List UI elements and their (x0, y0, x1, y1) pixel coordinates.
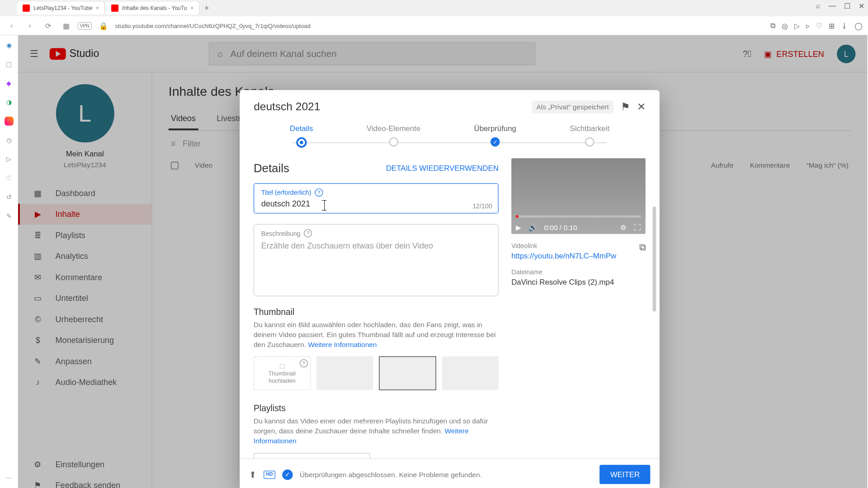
copy-icon[interactable]: ⧉ (639, 242, 646, 253)
details-heading: Details (254, 162, 289, 175)
next-button[interactable]: WEITER (600, 465, 651, 484)
text-cursor (324, 200, 325, 211)
favorites-icon[interactable]: ♡ (5, 174, 14, 183)
camera-icon[interactable]: ◎ (782, 22, 788, 30)
dialog-header: deutsch 2021 Als „Privat" gespeichert ⚑ … (240, 90, 660, 120)
instagram-icon[interactable] (5, 117, 14, 126)
thumbnail-option[interactable] (442, 357, 499, 390)
title-field[interactable]: Titel (erforderlich) ? 12/100 (254, 183, 499, 214)
extensions-icon[interactable]: ⊞ (829, 22, 835, 30)
step-visibility[interactable]: Sichtbarkeit (570, 124, 609, 148)
description-input[interactable] (261, 238, 491, 290)
field-label: Beschreibung ? (261, 230, 491, 238)
browser-tab[interactable]: LetsPlay1234 - YouTube × (17, 2, 105, 14)
close-icon[interactable]: × (190, 5, 193, 11)
address-actions: ⧉ ◎ ▷ ▹ ♡ ⊞ ⭳ ◯ (770, 22, 863, 30)
check-icon: ✓ (282, 469, 292, 479)
video-controls: ▶ 🔊 0:00 / 0:10 ⚙ ⛶ (516, 224, 641, 232)
step-dot (389, 137, 398, 147)
back-button[interactable]: ‹ (5, 19, 18, 32)
send-icon[interactable]: ▹ (806, 22, 810, 30)
playlist-select[interactable]: Auswählen ▾ (254, 453, 370, 459)
tabs-icon[interactable]: ◉ (5, 41, 14, 50)
player-icon[interactable]: ▷ (5, 155, 14, 164)
playlists-heading: Playlists (254, 403, 499, 413)
more-icon[interactable]: ⋯ (5, 474, 14, 483)
messenger-icon[interactable]: ◆ (5, 79, 14, 88)
youtube-favicon (111, 5, 118, 12)
description-field[interactable]: Beschreibung ? (254, 224, 499, 296)
search-icon[interactable]: ⌕ (816, 2, 821, 10)
section-header: Details DETAILS WIEDERVERWENDEN (254, 162, 499, 175)
thumbnail-desc: Du kannst ein Bild auswählen oder hochla… (254, 320, 499, 350)
clock-icon[interactable]: ◷ (5, 136, 14, 145)
videolink-block: Videolink https://youtu.be/nN7LC–MmPw ⧉ (511, 242, 646, 260)
step-elements[interactable]: Video-Elemente (367, 124, 420, 148)
reload-button[interactable]: ⟳ (42, 19, 54, 32)
tab-bar: LetsPlay1234 - YouTube × Inhalte des Kan… (0, 0, 868, 16)
play-icon[interactable]: ▶ (516, 224, 522, 232)
profile-icon[interactable]: ◯ (854, 22, 863, 30)
feedback-icon[interactable]: ⚑ (621, 100, 630, 113)
close-icon[interactable]: × (96, 5, 99, 11)
help-icon[interactable]: ? (299, 360, 307, 368)
vpn-badge[interactable]: VPN (78, 22, 92, 30)
forward-button[interactable]: › (24, 19, 36, 32)
step-checks[interactable]: Überprüfung (474, 124, 516, 148)
hd-icon: HD (264, 470, 275, 479)
browser-tab[interactable]: Inhalte des Kanals - YouTu × (106, 2, 199, 14)
step-dot (296, 137, 307, 148)
close-icon[interactable]: ✕ (637, 100, 646, 113)
gear-icon[interactable]: ⚙ (621, 224, 627, 232)
maximize-icon[interactable]: ☐ (844, 2, 850, 10)
minimize-icon[interactable]: — (829, 2, 836, 10)
step-details[interactable]: Details (290, 124, 313, 148)
pinboard-icon[interactable]: ✎ (5, 211, 14, 221)
url-field[interactable]: studio.youtube.com/channel/UCocN6zQPHQZ_… (115, 23, 765, 29)
video-time: 0:00 / 0:10 (544, 224, 577, 232)
thumbnail-heading: Thumbnail (254, 307, 499, 317)
title-input[interactable] (261, 197, 491, 209)
scroll-thumb[interactable] (653, 206, 656, 311)
tab-title: LetsPlay1234 - YouTube (33, 5, 92, 11)
thumbnail-option[interactable] (316, 357, 373, 390)
fullscreen-icon[interactable]: ⛶ (634, 224, 641, 232)
video-link[interactable]: https://youtu.be/nN7LC–MmPw (511, 252, 616, 260)
image-icon: ⬚ (279, 363, 285, 369)
save-status: Als „Privat" gespeichert (532, 100, 613, 113)
preview-column: ▶ 🔊 0:00 / 0:10 ⚙ ⛶ Videolink ht (511, 158, 646, 447)
whatsapp-icon[interactable]: ◑ (5, 98, 14, 107)
help-icon[interactable]: ? (304, 230, 312, 238)
help-icon[interactable]: ? (315, 188, 323, 197)
history-icon[interactable]: ↺ (5, 192, 14, 202)
upload-thumbnail-button[interactable]: ⬚ Thumbnail hochladen ? (254, 357, 311, 390)
filename-label: Dateiname (511, 268, 646, 275)
reuse-details-link[interactable]: DETAILS WIEDERVERWENDEN (386, 164, 499, 173)
bookmark-icon[interactable]: ▷ (794, 22, 800, 30)
thumbnail-option[interactable] (379, 357, 436, 390)
opera-sidebar: ◉ ▢ ◆ ◑ ◷ ▷ ♡ ↺ ✎ ⋯ (0, 35, 18, 488)
dialog-footer: ⬆ HD ✓ Überprüfungen abgeschlossen. Kein… (240, 459, 660, 488)
dialog-body: Details DETAILS WIEDERVERWENDEN Titel (e… (240, 158, 660, 458)
tab-title: Inhalte des Kanals - YouTu (122, 5, 187, 11)
dialog-scrollbar[interactable] (653, 206, 657, 455)
video-preview[interactable]: ▶ 🔊 0:00 / 0:10 ⚙ ⛶ (511, 158, 646, 234)
progress-bar[interactable] (516, 216, 641, 218)
volume-icon[interactable]: 🔊 (528, 224, 537, 232)
speed-dial-icon[interactable]: ▦ (60, 19, 72, 32)
close-icon[interactable]: ✕ (859, 2, 864, 10)
thumbnail-row: ⬚ Thumbnail hochladen ? (254, 357, 499, 390)
new-tab-button[interactable]: + (200, 4, 213, 13)
upload-icon[interactable]: ⬆ (249, 469, 257, 479)
lock-icon[interactable]: 🔒 (97, 19, 110, 32)
more-info-link[interactable]: Weitere Informationen (308, 340, 377, 348)
dialog-title: deutsch 2021 (254, 100, 320, 113)
upload-dialog: deutsch 2021 Als „Privat" gespeichert ⚑ … (240, 90, 660, 488)
heart-icon[interactable]: ♡ (816, 22, 822, 30)
youtube-favicon (23, 5, 30, 12)
history-icon[interactable]: ▢ (5, 60, 14, 69)
snapshot-icon[interactable]: ⧉ (770, 22, 775, 30)
char-counter: 12/100 (472, 202, 492, 209)
videolink-label: Videolink (511, 242, 616, 249)
download-icon[interactable]: ⭳ (841, 22, 848, 30)
